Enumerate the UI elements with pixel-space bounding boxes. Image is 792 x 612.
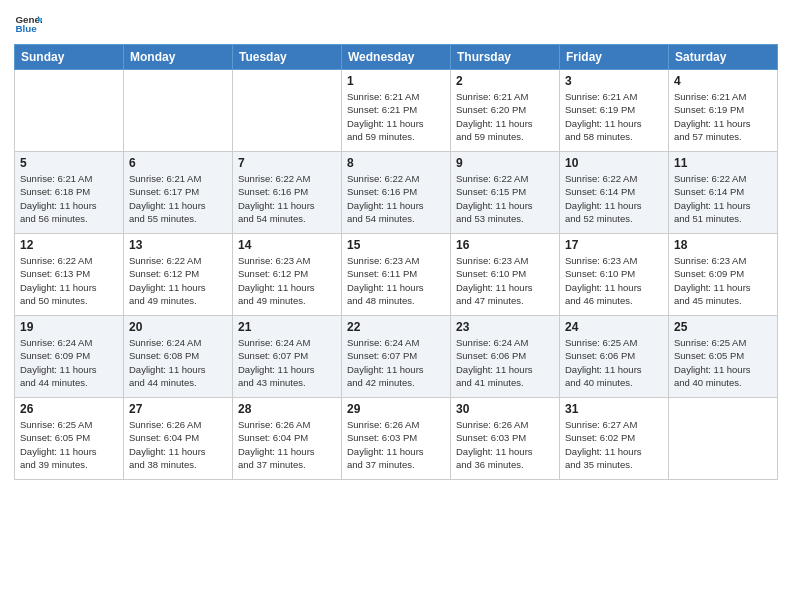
calendar-cell: 9Sunrise: 6:22 AM Sunset: 6:15 PM Daylig…: [451, 152, 560, 234]
weekday-header-tuesday: Tuesday: [233, 45, 342, 70]
day-number: 5: [20, 156, 118, 170]
day-number: 11: [674, 156, 772, 170]
calendar-cell: 10Sunrise: 6:22 AM Sunset: 6:14 PM Dayli…: [560, 152, 669, 234]
calendar-cell: 2Sunrise: 6:21 AM Sunset: 6:20 PM Daylig…: [451, 70, 560, 152]
calendar-cell: 26Sunrise: 6:25 AM Sunset: 6:05 PM Dayli…: [15, 398, 124, 480]
day-number: 7: [238, 156, 336, 170]
calendar-cell: 25Sunrise: 6:25 AM Sunset: 6:05 PM Dayli…: [669, 316, 778, 398]
page: General Blue SundayMondayTuesdayWednesda…: [0, 0, 792, 612]
day-number: 26: [20, 402, 118, 416]
calendar-cell: 14Sunrise: 6:23 AM Sunset: 6:12 PM Dayli…: [233, 234, 342, 316]
day-number: 25: [674, 320, 772, 334]
calendar-cell: 5Sunrise: 6:21 AM Sunset: 6:18 PM Daylig…: [15, 152, 124, 234]
day-info: Sunrise: 6:23 AM Sunset: 6:09 PM Dayligh…: [674, 254, 772, 307]
week-row-4: 19Sunrise: 6:24 AM Sunset: 6:09 PM Dayli…: [15, 316, 778, 398]
day-info: Sunrise: 6:27 AM Sunset: 6:02 PM Dayligh…: [565, 418, 663, 471]
weekday-header-wednesday: Wednesday: [342, 45, 451, 70]
day-number: 15: [347, 238, 445, 252]
calendar-cell: 20Sunrise: 6:24 AM Sunset: 6:08 PM Dayli…: [124, 316, 233, 398]
day-info: Sunrise: 6:21 AM Sunset: 6:19 PM Dayligh…: [674, 90, 772, 143]
calendar-table: SundayMondayTuesdayWednesdayThursdayFrid…: [14, 44, 778, 480]
day-number: 19: [20, 320, 118, 334]
calendar-cell: 15Sunrise: 6:23 AM Sunset: 6:11 PM Dayli…: [342, 234, 451, 316]
calendar-cell: 23Sunrise: 6:24 AM Sunset: 6:06 PM Dayli…: [451, 316, 560, 398]
weekday-header-sunday: Sunday: [15, 45, 124, 70]
weekday-header-thursday: Thursday: [451, 45, 560, 70]
day-info: Sunrise: 6:26 AM Sunset: 6:03 PM Dayligh…: [456, 418, 554, 471]
day-info: Sunrise: 6:24 AM Sunset: 6:07 PM Dayligh…: [347, 336, 445, 389]
day-number: 6: [129, 156, 227, 170]
calendar-cell: [233, 70, 342, 152]
day-info: Sunrise: 6:25 AM Sunset: 6:05 PM Dayligh…: [20, 418, 118, 471]
day-info: Sunrise: 6:22 AM Sunset: 6:12 PM Dayligh…: [129, 254, 227, 307]
day-info: Sunrise: 6:26 AM Sunset: 6:03 PM Dayligh…: [347, 418, 445, 471]
day-info: Sunrise: 6:23 AM Sunset: 6:12 PM Dayligh…: [238, 254, 336, 307]
day-number: 28: [238, 402, 336, 416]
day-number: 4: [674, 74, 772, 88]
day-info: Sunrise: 6:23 AM Sunset: 6:10 PM Dayligh…: [456, 254, 554, 307]
day-info: Sunrise: 6:21 AM Sunset: 6:21 PM Dayligh…: [347, 90, 445, 143]
week-row-1: 1Sunrise: 6:21 AM Sunset: 6:21 PM Daylig…: [15, 70, 778, 152]
day-info: Sunrise: 6:24 AM Sunset: 6:08 PM Dayligh…: [129, 336, 227, 389]
calendar-cell: 11Sunrise: 6:22 AM Sunset: 6:14 PM Dayli…: [669, 152, 778, 234]
day-number: 10: [565, 156, 663, 170]
day-info: Sunrise: 6:24 AM Sunset: 6:07 PM Dayligh…: [238, 336, 336, 389]
day-number: 30: [456, 402, 554, 416]
calendar-cell: 16Sunrise: 6:23 AM Sunset: 6:10 PM Dayli…: [451, 234, 560, 316]
calendar-cell: 24Sunrise: 6:25 AM Sunset: 6:06 PM Dayli…: [560, 316, 669, 398]
calendar-cell: [669, 398, 778, 480]
calendar-cell: 13Sunrise: 6:22 AM Sunset: 6:12 PM Dayli…: [124, 234, 233, 316]
day-number: 22: [347, 320, 445, 334]
calendar-cell: 28Sunrise: 6:26 AM Sunset: 6:04 PM Dayli…: [233, 398, 342, 480]
calendar-cell: 8Sunrise: 6:22 AM Sunset: 6:16 PM Daylig…: [342, 152, 451, 234]
calendar-cell: 21Sunrise: 6:24 AM Sunset: 6:07 PM Dayli…: [233, 316, 342, 398]
day-number: 27: [129, 402, 227, 416]
day-info: Sunrise: 6:24 AM Sunset: 6:09 PM Dayligh…: [20, 336, 118, 389]
day-number: 21: [238, 320, 336, 334]
day-number: 31: [565, 402, 663, 416]
weekday-header-row: SundayMondayTuesdayWednesdayThursdayFrid…: [15, 45, 778, 70]
calendar-cell: [124, 70, 233, 152]
day-number: 17: [565, 238, 663, 252]
day-number: 16: [456, 238, 554, 252]
calendar-cell: 3Sunrise: 6:21 AM Sunset: 6:19 PM Daylig…: [560, 70, 669, 152]
day-number: 9: [456, 156, 554, 170]
week-row-2: 5Sunrise: 6:21 AM Sunset: 6:18 PM Daylig…: [15, 152, 778, 234]
week-row-5: 26Sunrise: 6:25 AM Sunset: 6:05 PM Dayli…: [15, 398, 778, 480]
calendar-cell: 17Sunrise: 6:23 AM Sunset: 6:10 PM Dayli…: [560, 234, 669, 316]
calendar-cell: 31Sunrise: 6:27 AM Sunset: 6:02 PM Dayli…: [560, 398, 669, 480]
day-info: Sunrise: 6:23 AM Sunset: 6:11 PM Dayligh…: [347, 254, 445, 307]
day-number: 29: [347, 402, 445, 416]
weekday-header-monday: Monday: [124, 45, 233, 70]
day-info: Sunrise: 6:21 AM Sunset: 6:17 PM Dayligh…: [129, 172, 227, 225]
day-info: Sunrise: 6:23 AM Sunset: 6:10 PM Dayligh…: [565, 254, 663, 307]
calendar-cell: 4Sunrise: 6:21 AM Sunset: 6:19 PM Daylig…: [669, 70, 778, 152]
day-number: 23: [456, 320, 554, 334]
logo: General Blue: [14, 10, 44, 38]
day-number: 3: [565, 74, 663, 88]
day-info: Sunrise: 6:26 AM Sunset: 6:04 PM Dayligh…: [129, 418, 227, 471]
day-info: Sunrise: 6:24 AM Sunset: 6:06 PM Dayligh…: [456, 336, 554, 389]
weekday-header-friday: Friday: [560, 45, 669, 70]
svg-text:Blue: Blue: [15, 23, 37, 34]
day-info: Sunrise: 6:22 AM Sunset: 6:16 PM Dayligh…: [238, 172, 336, 225]
day-info: Sunrise: 6:22 AM Sunset: 6:13 PM Dayligh…: [20, 254, 118, 307]
calendar-cell: 6Sunrise: 6:21 AM Sunset: 6:17 PM Daylig…: [124, 152, 233, 234]
calendar-cell: 1Sunrise: 6:21 AM Sunset: 6:21 PM Daylig…: [342, 70, 451, 152]
day-info: Sunrise: 6:25 AM Sunset: 6:05 PM Dayligh…: [674, 336, 772, 389]
calendar-cell: 19Sunrise: 6:24 AM Sunset: 6:09 PM Dayli…: [15, 316, 124, 398]
calendar-cell: 7Sunrise: 6:22 AM Sunset: 6:16 PM Daylig…: [233, 152, 342, 234]
calendar-cell: 27Sunrise: 6:26 AM Sunset: 6:04 PM Dayli…: [124, 398, 233, 480]
day-number: 24: [565, 320, 663, 334]
day-info: Sunrise: 6:22 AM Sunset: 6:16 PM Dayligh…: [347, 172, 445, 225]
day-number: 12: [20, 238, 118, 252]
day-number: 2: [456, 74, 554, 88]
header: General Blue: [14, 10, 778, 38]
calendar-cell: 30Sunrise: 6:26 AM Sunset: 6:03 PM Dayli…: [451, 398, 560, 480]
day-info: Sunrise: 6:22 AM Sunset: 6:14 PM Dayligh…: [674, 172, 772, 225]
calendar-cell: 29Sunrise: 6:26 AM Sunset: 6:03 PM Dayli…: [342, 398, 451, 480]
week-row-3: 12Sunrise: 6:22 AM Sunset: 6:13 PM Dayli…: [15, 234, 778, 316]
day-info: Sunrise: 6:22 AM Sunset: 6:15 PM Dayligh…: [456, 172, 554, 225]
calendar-cell: [15, 70, 124, 152]
day-number: 14: [238, 238, 336, 252]
